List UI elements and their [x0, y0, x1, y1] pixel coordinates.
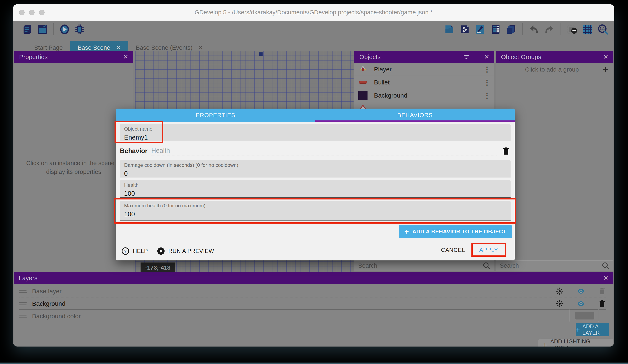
add-group-row[interactable]: Click to add a group + — [496, 63, 614, 76]
instances-list-icon[interactable] — [505, 23, 517, 35]
screenshot-stage: GDevelop 5 - /Users/dkarakay/Documents/G… — [0, 0, 628, 364]
edit-scene-icon[interactable] — [474, 23, 486, 35]
toolbar-separator — [560, 23, 561, 35]
health-field[interactable]: Health 100 — [120, 180, 511, 198]
objects-search-input[interactable] — [358, 262, 479, 269]
layer-visibility-icon[interactable] — [577, 287, 585, 295]
object-configuration-dialog: PROPERTIES BEHAVIORS Object name Enemy1 … — [116, 109, 515, 260]
drag-handle-icon[interactable] — [19, 302, 27, 305]
search-icon — [482, 261, 491, 270]
object-label: Player — [374, 66, 477, 73]
cancel-button[interactable]: CANCEL — [441, 247, 465, 253]
project-manager-icon[interactable] — [22, 23, 33, 35]
objects-editor-icon[interactable] — [459, 23, 471, 35]
close-tab-icon[interactable]: ✕ — [116, 44, 121, 51]
traffic-lights — [19, 10, 45, 15]
start-page-icon[interactable] — [37, 23, 48, 35]
dialog-tab-bar: PROPERTIES BEHAVIORS — [116, 109, 515, 122]
layer-delete-icon[interactable] — [598, 287, 606, 295]
health-value: 100 — [124, 190, 506, 197]
add-behavior-button[interactable]: + ADD A BEHAVIOR TO THE OBJECT — [399, 225, 512, 238]
dialog-tab-label: PROPERTIES — [196, 112, 235, 119]
tab-label: Base Scene — [78, 44, 110, 51]
objects-search-bar — [354, 260, 494, 271]
close-panel-icon[interactable]: ✕ — [603, 53, 608, 61]
layer-row-background-color[interactable]: Background color — [19, 310, 571, 322]
behavior-name-input[interactable]: Health — [151, 147, 497, 156]
add-lighting-layer-label: ADD LIGHTING LAYER — [550, 338, 609, 347]
groups-search-input[interactable] — [500, 262, 598, 269]
maximum-health-field[interactable]: Maximum health (0 for no maximum) 100 — [120, 201, 511, 221]
add-group-icon[interactable]: + — [602, 64, 608, 75]
close-panel-icon[interactable]: ✕ — [484, 53, 489, 61]
close-panel-icon[interactable]: ✕ — [603, 274, 608, 282]
run-preview-button[interactable]: RUN A PREVIEW — [157, 247, 214, 255]
layer-delete-icon[interactable] — [598, 300, 606, 308]
debug-icon[interactable] — [74, 23, 85, 35]
properties-panel-title: Properties — [19, 54, 48, 61]
health-label: Health — [124, 182, 506, 188]
background-color-swatch[interactable] — [575, 311, 594, 319]
object-groups-panel-title: Object Groups — [501, 54, 541, 61]
zoom-window-icon[interactable] — [39, 10, 45, 15]
damage-cooldown-value: 0 — [124, 170, 506, 178]
help-button[interactable]: ? HELP — [121, 247, 148, 255]
tab-label: Start Page — [34, 44, 63, 51]
undo-icon[interactable] — [528, 23, 540, 35]
filter-icon[interactable] — [463, 54, 470, 61]
layer-effects-icon[interactable] — [555, 287, 564, 295]
background-thumbnail — [358, 91, 368, 100]
toggle-grid-icon[interactable] — [582, 23, 593, 35]
desktop-edge — [0, 363, 628, 364]
object-groups-panel-header: Object Groups ✕ — [496, 51, 614, 63]
search-icon — [601, 261, 610, 270]
layer-row-background[interactable]: Background — [19, 298, 606, 310]
object-menu-icon[interactable]: ⋮ — [483, 91, 491, 100]
layers-panel-header: Layers ✕ — [14, 272, 614, 284]
drag-handle-icon — [19, 315, 27, 318]
toolbar-left — [22, 23, 85, 35]
toolbar-separator — [53, 23, 54, 35]
layers-panel-title: Layers — [19, 275, 37, 282]
object-name-field[interactable]: Object name Enemy1 — [120, 124, 511, 141]
redo-icon[interactable] — [544, 23, 555, 35]
close-tab-icon[interactable]: ✕ — [198, 44, 203, 51]
tab-label: Base Scene (Events) — [136, 44, 192, 51]
close-panel-icon[interactable]: ✕ — [123, 53, 128, 61]
dialog-tab-properties[interactable]: PROPERTIES — [116, 109, 315, 122]
object-row-bullet[interactable]: Bullet ⋮ — [354, 76, 494, 89]
run-preview-icon[interactable] — [59, 23, 70, 35]
zoom-ratio-label: 1:1 — [600, 27, 605, 31]
toolbar-right: 1:1 — [444, 23, 609, 35]
bullet-thumbnail — [358, 78, 368, 87]
object-row-player[interactable]: Player ⋮ — [354, 63, 494, 76]
object-row-background[interactable]: Background ⋮ — [354, 89, 494, 102]
zoom-1-1-icon[interactable]: 1:1 — [597, 23, 609, 35]
instance-handle[interactable] — [259, 53, 263, 56]
minimize-window-icon[interactable] — [29, 10, 35, 15]
drag-handle-icon[interactable] — [19, 290, 27, 293]
add-lighting-layer-menu-item[interactable]: + ADD LIGHTING LAYER — [538, 339, 614, 347]
toggle-mask-icon[interactable] — [566, 23, 578, 35]
object-menu-icon[interactable]: ⋮ — [483, 65, 491, 73]
layer-effects-icon[interactable] — [555, 300, 564, 308]
layer-visibility-icon[interactable] — [577, 300, 585, 308]
export-project-icon[interactable] — [444, 23, 455, 35]
properties-panel-header: Properties ✕ — [14, 51, 133, 63]
play-icon — [157, 247, 165, 255]
apply-button[interactable]: APPLY — [479, 247, 498, 253]
window-title: GDevelop 5 - /Users/dkarakay/Documents/G… — [195, 9, 433, 16]
help-icon: ? — [121, 247, 130, 255]
layer-row-base-layer[interactable]: Base layer — [19, 285, 606, 298]
events-sheet-icon[interactable] — [490, 23, 501, 35]
object-menu-icon[interactable]: ⋮ — [483, 78, 491, 87]
delete-behavior-icon[interactable] — [501, 146, 511, 156]
behavior-row: Behavior Health — [120, 146, 511, 156]
close-window-icon[interactable] — [19, 10, 25, 15]
object-label: Background — [374, 92, 477, 99]
layer-label: Base layer — [32, 288, 550, 295]
dialog-tab-behaviors[interactable]: BEHAVIORS — [315, 109, 515, 122]
damage-cooldown-field[interactable]: Damage cooldown (in seconds) (0 for no c… — [120, 160, 511, 178]
svg-text:?: ? — [124, 248, 127, 253]
add-layer-button[interactable]: + ADD A LAYER — [576, 323, 609, 336]
